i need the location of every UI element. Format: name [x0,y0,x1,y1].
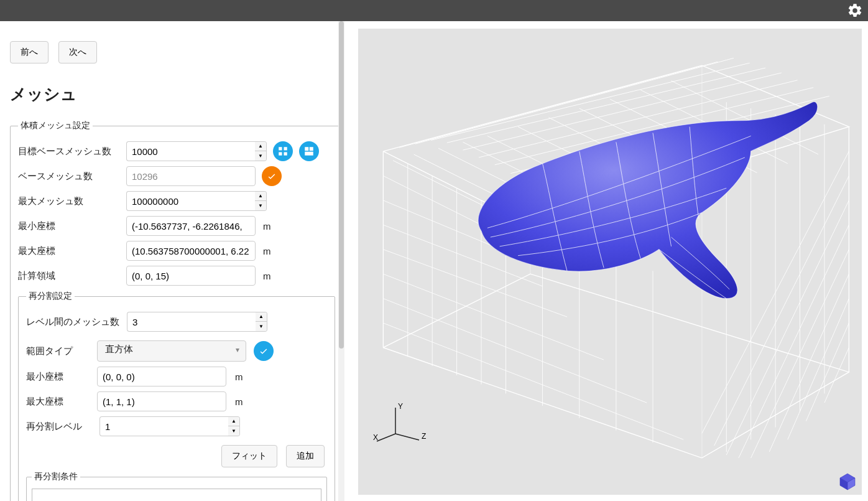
svg-line-62 [395,434,419,440]
refresh-mesh-icon[interactable] [299,141,319,161]
max-coord-label: 最大座標 [18,245,122,257]
settings-panel: 前へ 次へ メッシュ 体積メッシュ設定 目標ベースメッシュ数 ▲ ▼ [0,21,353,501]
target-base-mesh-spinner[interactable]: ▲ ▼ [255,141,267,161]
range-apply-icon[interactable] [254,341,274,361]
range-type-value: 直方体 [105,344,133,354]
refine-max-coord-label: 最大座標 [26,396,92,408]
svg-line-36 [383,323,683,439]
spinner-up-icon[interactable]: ▲ [255,192,266,201]
svg-rect-4 [305,147,308,151]
min-coord-input[interactable] [126,216,256,236]
base-mesh-count-label: ベースメッシュ数 [18,171,122,182]
unit-label: m [263,271,274,281]
refine-level-spinner[interactable]: ▲ ▼ [228,416,240,436]
levels-between-input[interactable] [127,312,256,332]
calc-domain-label: 計算領域 [18,270,122,282]
volume-mesh-fieldset: 体積メッシュ設定 目標ベースメッシュ数 ▲ ▼ [10,120,343,501]
svg-line-49 [739,225,849,458]
svg-rect-0 [279,147,282,150]
refine-condition-list[interactable] [32,489,321,501]
refine-fieldset: 再分割設定 レベル間のメッシュ数 ▲ ▼ 範囲タイプ [18,291,335,501]
svg-line-61 [377,434,395,441]
next-button[interactable]: 次へ [58,41,97,63]
svg-line-54 [824,347,849,403]
max-mesh-count-input[interactable] [126,191,255,211]
spinner-up-icon[interactable]: ▲ [228,417,239,426]
svg-rect-1 [284,147,287,150]
axis-x-label: X [373,433,378,442]
refine-condition-legend: 再分割条件 [32,471,80,482]
spinner-up-icon[interactable]: ▲ [256,312,267,322]
range-type-select[interactable]: 直方体 [97,340,246,362]
svg-rect-3 [284,152,287,156]
spinner-down-icon[interactable]: ▼ [255,201,266,210]
svg-line-47 [714,176,849,446]
spinner-down-icon[interactable]: ▼ [228,426,239,436]
spinner-up-icon[interactable]: ▲ [255,142,266,151]
fit-button[interactable]: フィット [221,445,277,467]
unit-label: m [235,396,246,407]
add-button[interactable]: 追加 [286,445,325,467]
page-title: メッシュ [10,83,343,105]
spinner-down-icon[interactable]: ▼ [255,151,266,161]
refine-condition-fieldset: 再分割条件 [26,471,327,501]
axis-gizmo: Y X Z [372,403,428,446]
unit-label: m [235,372,246,382]
unit-label: m [263,246,274,256]
top-bar [0,0,868,21]
calc-domain-input[interactable] [126,266,256,286]
view-cube-icon[interactable] [838,472,857,491]
scrollbar-thumb[interactable] [339,21,344,349]
svg-line-35 [383,299,647,403]
settings-gear-icon[interactable] [847,2,863,19]
volume-mesh-legend: 体積メッシュ設定 [18,120,93,131]
refine-level-label: 再分割レベル [26,421,95,433]
range-type-label: 範囲タイプ [26,345,92,357]
max-mesh-spinner[interactable]: ▲ ▼ [255,191,267,211]
model-geometry [478,101,818,298]
unit-label: m [263,221,274,232]
levels-between-label: レベル間のメッシュ数 [26,316,122,328]
refine-min-coord-label: 最小座標 [26,371,92,383]
svg-line-51 [769,274,849,452]
target-base-mesh-input[interactable] [126,141,255,161]
panel-scrollbar[interactable] [338,21,344,501]
prev-button[interactable]: 前へ [10,41,48,63]
svg-rect-5 [310,147,313,151]
spinner-down-icon[interactable]: ▼ [256,322,267,331]
base-mesh-count-input [126,166,256,186]
svg-rect-6 [305,152,313,156]
target-base-mesh-label: 目標ベースメッシュ数 [18,146,122,157]
min-coord-label: 最小座標 [18,220,122,232]
svg-line-53 [806,323,849,421]
refine-legend: 再分割設定 [26,291,75,302]
max-coord-input[interactable] [126,241,256,261]
refine-max-coord-input[interactable] [97,391,226,411]
axis-y-label: Y [398,403,403,411]
levels-between-spinner[interactable]: ▲ ▼ [256,312,267,332]
auto-calc-icon[interactable] [273,141,293,161]
svg-line-48 [726,200,849,455]
apply-mesh-icon[interactable] [262,166,282,186]
axis-z-label: Z [422,432,426,441]
max-mesh-count-label: 最大メッシュ数 [18,195,122,207]
refine-min-coord-input[interactable] [97,367,226,386]
3d-viewport[interactable]: Y X Z [358,29,862,495]
svg-rect-2 [279,152,282,156]
refine-level-input[interactable] [99,416,228,436]
